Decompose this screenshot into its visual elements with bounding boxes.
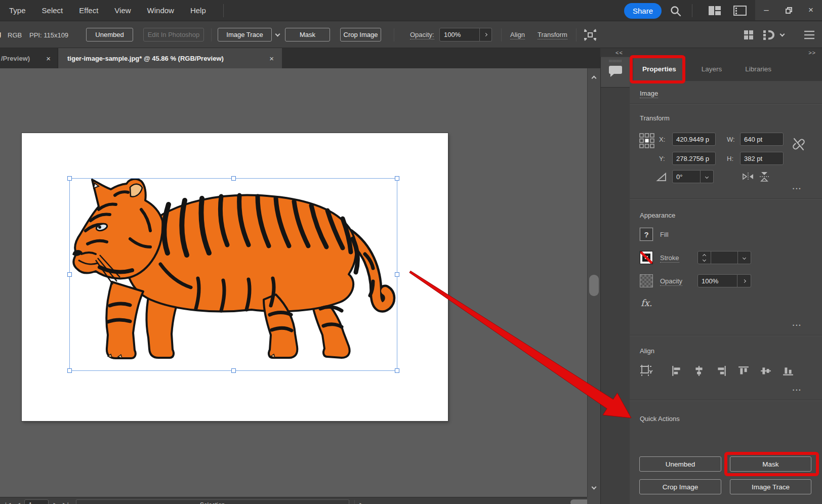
opacity-swatch[interactable] [640,274,653,287]
appearance-more-options[interactable]: ••• [793,323,802,328]
menu-list-icon[interactable] [804,30,815,40]
selection-bounding-box[interactable] [69,178,397,371]
grid-view-icon[interactable] [743,29,754,40]
image-trace-chevron-icon[interactable] [275,32,280,37]
close-tab-icon[interactable]: × [269,54,274,63]
selection-handle-ne[interactable] [395,176,399,181]
opacity-field[interactable]: 100% [439,28,480,41]
selection-handle-w[interactable] [67,272,72,277]
align-center-horizontal-icon[interactable] [693,365,705,376]
collapse-dock-button[interactable]: << [615,50,623,56]
w-field[interactable] [740,133,784,146]
transform-link[interactable]: Transform [538,31,567,39]
menu-type[interactable]: Type [0,0,34,21]
menu-effect[interactable]: Effect [71,0,106,21]
workspace-switcher-icon[interactable] [762,29,775,40]
align-more-options[interactable]: ••• [793,388,802,393]
align-top-icon[interactable] [738,365,749,376]
last-artboard-button[interactable]: ▶| [63,501,68,504]
collapse-panels-icon[interactable] [583,28,597,41]
scroll-down-icon[interactable] [592,485,597,490]
first-artboard-button[interactable]: |◀ [5,501,11,504]
document-arrangement-icon[interactable] [708,5,722,16]
align-link[interactable]: Align [510,31,525,39]
artboard-number-field[interactable] [24,499,49,504]
flip-vertical-icon[interactable] [759,171,769,182]
align-to-dropdown[interactable] [639,364,654,377]
panel-opacity-field[interactable] [697,274,737,287]
menu-view[interactable]: View [106,0,139,21]
fill-swatch[interactable]: ? [640,228,653,241]
close-tab-icon[interactable]: × [46,54,51,63]
workspace-chevron-icon[interactable] [780,32,785,37]
transform-more-options[interactable]: ••• [793,186,802,191]
comments-panel-button[interactable]: |||||||||| [601,57,630,88]
rotation-input[interactable] [673,171,700,183]
qa-crop-image-button[interactable]: Crop Image [639,479,721,494]
menu-help[interactable]: Help [182,0,214,21]
canvas-area[interactable] [0,68,587,497]
x-field[interactable] [672,133,716,146]
opacity-expand-button[interactable] [737,274,751,287]
align-bottom-icon[interactable] [783,365,794,376]
prev-artboard-button[interactable]: ◀ [16,501,20,504]
stroke-swatch-none[interactable] [640,251,653,264]
tab-background-document[interactable]: /Preview) × [0,48,58,68]
mask-button[interactable]: Mask [285,28,330,41]
stroke-weight-field[interactable] [711,251,737,264]
selection-handle-se[interactable] [395,368,399,373]
rotation-dropdown[interactable] [701,170,714,183]
share-button[interactable]: Share [624,3,662,19]
tab-active-document[interactable]: tiger-image-sample.jpg* @ 45.86 % (RGB/P… [58,48,282,68]
y-field[interactable] [672,152,716,165]
opacity-link[interactable]: Opacity: [410,31,434,39]
opacity-link[interactable]: Opacity [660,277,682,286]
vertical-scrollbar[interactable] [587,68,600,497]
unembed-button[interactable]: Unembed [86,28,133,41]
status-readout-dropdown[interactable]: Selection [76,499,349,504]
align-center-vertical-icon[interactable] [760,365,771,376]
effects-button[interactable]: fx. [641,298,652,308]
close-button[interactable]: × [800,0,822,20]
next-artboard-button[interactable]: ▶ [54,501,58,504]
tab-layers[interactable]: Layers [692,57,731,81]
selection-handle-nw[interactable] [67,176,72,181]
crop-image-button[interactable]: Crop Image [340,28,381,41]
qa-unembed-button[interactable]: Unembed [639,456,721,472]
qa-image-trace-button[interactable]: Image Trace [730,479,811,494]
panel-opacity-input[interactable] [698,275,737,287]
selection-handle-n[interactable] [231,176,236,181]
y-input[interactable] [673,152,715,164]
artboard[interactable] [22,133,448,421]
h-input[interactable] [741,152,783,164]
selection-handle-sw[interactable] [67,368,72,373]
tab-libraries[interactable]: Libraries [736,57,780,81]
menu-window[interactable]: Window [139,0,182,21]
align-right-icon[interactable] [716,365,727,376]
align-left-icon[interactable] [671,365,682,376]
artboard-number-input[interactable] [29,501,39,504]
x-input[interactable] [673,133,715,145]
selection-handle-e[interactable] [395,272,399,277]
image-trace-dropdown-button[interactable]: Image Trace [218,28,272,41]
constrain-proportions-unlinked-icon[interactable] [792,136,806,153]
scroll-up-icon[interactable] [592,76,597,81]
reference-point-icon[interactable] [639,133,655,149]
menu-select[interactable]: Select [34,0,71,21]
minimize-button[interactable]: – [755,0,777,20]
selection-handle-s[interactable] [231,368,236,373]
selected-object-type[interactable]: Image [640,90,658,98]
rotation-field[interactable] [672,170,701,183]
stroke-weight-stepper[interactable] [697,251,711,264]
expand-dock-button[interactable]: >> [808,50,816,56]
flip-horizontal-icon[interactable] [742,172,754,181]
stepper-down-icon[interactable] [703,258,706,261]
stroke-weight-dropdown[interactable] [737,251,751,264]
h-field[interactable] [740,152,784,165]
w-input[interactable] [741,133,783,145]
play-icon[interactable]: ▶ [360,501,364,504]
scrollbar-thumb[interactable] [589,275,599,296]
stepper-up-icon[interactable] [703,254,706,257]
stroke-link[interactable]: Stroke [660,254,679,263]
opacity-expand-button[interactable] [480,28,492,41]
